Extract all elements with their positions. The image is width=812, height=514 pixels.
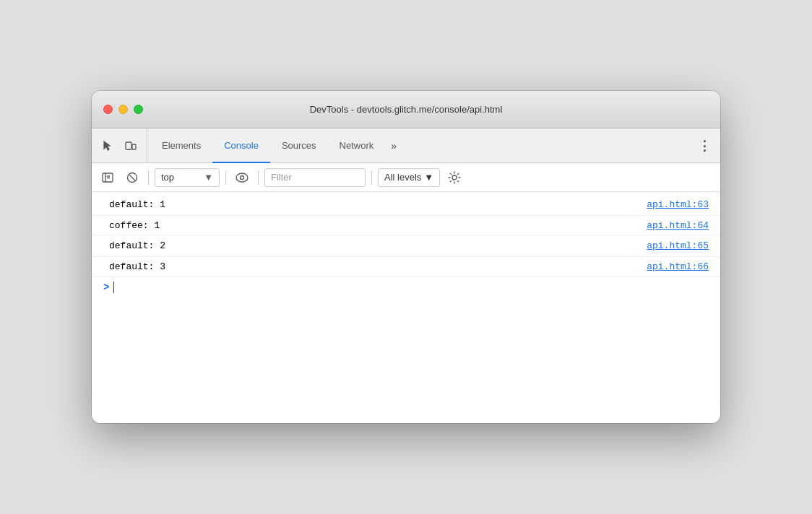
console-settings-button[interactable] <box>444 167 465 188</box>
console-cursor <box>113 282 114 293</box>
console-prompt: > <box>103 282 109 293</box>
maximize-button[interactable] <box>134 105 143 114</box>
tab-network[interactable]: Network <box>328 128 386 163</box>
devtools-window: DevTools - devtools.glitch.me/console/ap… <box>92 91 720 423</box>
toolbar-spacer <box>402 128 694 162</box>
titlebar: DevTools - devtools.glitch.me/console/ap… <box>92 91 720 128</box>
console-toolbar: top ▼ All levels ▼ <box>92 163 720 192</box>
svg-line-7 <box>129 174 136 180</box>
tab-sources[interactable]: Sources <box>270 128 328 163</box>
svg-point-9 <box>241 175 244 179</box>
toolbar-divider-3 <box>258 170 259 185</box>
console-row: default: 3 api.html:66 <box>92 257 720 278</box>
toolbar-divider <box>148 170 149 185</box>
cursor-icon <box>102 140 113 152</box>
sidebar-toggle-button[interactable] <box>98 167 118 188</box>
console-source-link[interactable]: api.html:65 <box>647 239 709 253</box>
tab-elements[interactable]: Elements <box>150 128 212 163</box>
traffic-lights <box>103 105 143 114</box>
window-title: DevTools - devtools.glitch.me/console/ap… <box>310 104 503 115</box>
close-button[interactable] <box>103 105 113 114</box>
sidebar-icon <box>102 172 113 183</box>
console-source-link[interactable]: api.html:66 <box>647 260 709 274</box>
device-icon <box>125 140 137 152</box>
svg-point-8 <box>236 173 248 182</box>
eye-icon-button[interactable] <box>232 167 252 188</box>
devtools-menu-button[interactable]: ⋮ <box>694 128 714 162</box>
minimize-button[interactable] <box>118 105 128 114</box>
inspect-icon-button[interactable] <box>98 136 118 156</box>
eye-icon <box>236 173 249 183</box>
svg-rect-1 <box>132 144 136 149</box>
console-input-row: > <box>92 277 720 297</box>
context-selector[interactable]: top ▼ <box>155 168 220 187</box>
log-levels-selector[interactable]: All levels ▼ <box>378 168 440 187</box>
toolbar-divider-4 <box>371 170 372 185</box>
svg-rect-0 <box>126 142 131 149</box>
toolbar-icon-group <box>98 128 147 162</box>
console-source-link[interactable]: api.html:63 <box>647 198 709 212</box>
console-row: default: 2 api.html:65 <box>92 236 720 257</box>
svg-point-10 <box>452 175 457 180</box>
console-row: default: 1 api.html:63 <box>92 195 720 216</box>
gear-icon <box>448 171 461 184</box>
tab-console[interactable]: Console <box>212 128 270 163</box>
console-source-link[interactable]: api.html:64 <box>647 219 709 233</box>
toolbar-divider-2 <box>225 170 226 185</box>
clear-icon <box>126 172 138 183</box>
clear-console-button[interactable] <box>122 167 142 188</box>
device-icon-button[interactable] <box>121 136 141 156</box>
console-output: default: 1 api.html:63 coffee: 1 api.htm… <box>92 192 720 423</box>
tab-bar: Elements Console Sources Network » ⋮ <box>92 128 720 163</box>
console-row: coffee: 1 api.html:64 <box>92 216 720 237</box>
tab-more-button[interactable]: » <box>385 128 402 162</box>
filter-input[interactable] <box>264 168 366 187</box>
